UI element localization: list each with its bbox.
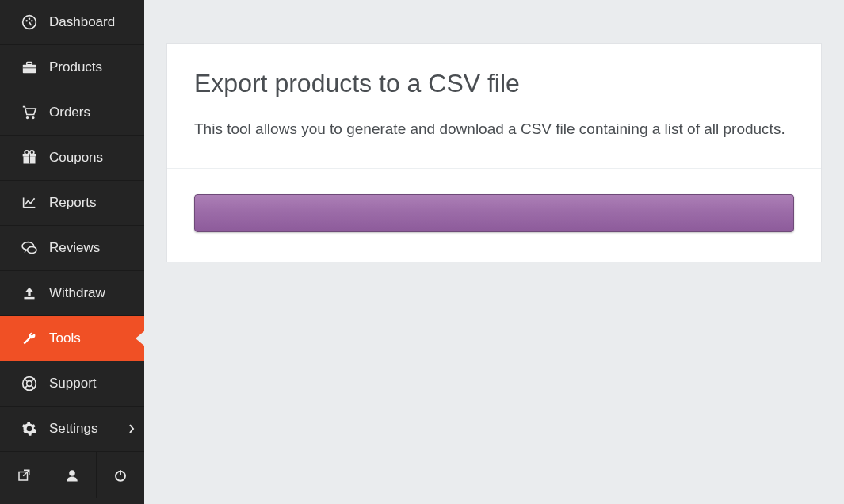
svg-point-1 [25,20,28,21]
external-link-button[interactable] [0,452,48,498]
svg-point-8 [32,116,34,119]
svg-rect-11 [29,154,30,164]
svg-point-15 [28,246,36,253]
svg-point-12 [25,151,29,155]
chart-icon [17,196,41,210]
sidebar-item-reports[interactable]: Reports [0,181,144,226]
cart-icon [17,105,41,120]
sidebar-item-withdraw[interactable]: Withdraw [0,271,144,316]
page-description: This tool allows you to generate and dow… [194,117,794,141]
power-button[interactable] [97,452,144,498]
sidebar-item-orders[interactable]: Orders [0,90,144,136]
sidebar-item-support[interactable]: Support [0,361,144,407]
svg-point-25 [69,470,75,476]
wrench-icon [17,330,41,346]
sidebar-footer [0,452,144,498]
sidebar-item-tools[interactable]: Tools [0,316,144,361]
svg-line-24 [23,470,29,476]
briefcase-icon [17,60,41,74]
sidebar-item-label: Reviews [49,240,135,256]
sidebar-item-label: Reports [49,195,135,211]
svg-rect-5 [27,62,32,64]
sidebar-item-label: Withdraw [49,285,135,301]
profile-button[interactable] [48,452,97,498]
sidebar-item-label: Orders [49,105,135,120]
card-action [167,169,821,262]
svg-rect-4 [23,65,36,74]
sidebar: Dashboard Products Orders Coupons Report… [0,0,144,504]
comments-icon [17,241,41,255]
upload-icon [17,286,41,300]
sidebar-item-dashboard[interactable]: Dashboard [0,0,144,45]
sidebar-item-label: Dashboard [49,14,135,30]
svg-point-13 [30,151,34,155]
sidebar-item-reviews[interactable]: Reviews [0,226,144,271]
sidebar-item-settings[interactable]: Settings [0,407,144,452]
svg-point-2 [31,20,33,21]
life-ring-icon [17,376,41,391]
sidebar-item-label: Support [49,376,135,391]
svg-point-18 [27,381,32,387]
dashboard-icon [17,14,41,30]
sidebar-item-label: Tools [49,330,135,346]
sidebar-item-label: Settings [49,421,128,437]
chevron-right-icon [128,424,135,433]
svg-point-7 [26,116,29,119]
gear-icon [17,421,41,437]
gift-icon [17,150,41,166]
card-body: Export products to a CSV file This tool … [167,44,821,169]
sidebar-item-label: Products [49,59,135,75]
svg-point-3 [29,18,31,21]
export-button[interactable] [194,194,794,232]
main-content: Export products to a CSV file This tool … [144,0,844,504]
sidebar-item-coupons[interactable]: Coupons [0,136,144,181]
sidebar-item-label: Coupons [49,150,135,166]
sidebar-item-products[interactable]: Products [0,45,144,90]
page-title: Export products to a CSV file [194,69,794,98]
export-card: Export products to a CSV file This tool … [166,43,822,262]
svg-rect-16 [24,297,34,299]
